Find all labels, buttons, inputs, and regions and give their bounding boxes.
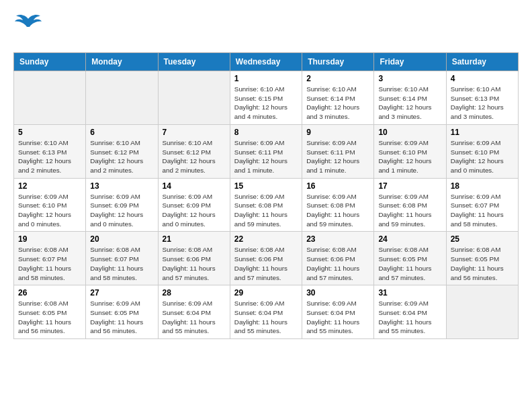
calendar-cell: 5Sunrise: 6:10 AM Sunset: 6:13 PM Daylig… <box>14 124 86 178</box>
calendar-cell: 1Sunrise: 6:10 AM Sunset: 6:15 PM Daylig… <box>230 71 302 125</box>
day-info: Sunrise: 6:09 AM Sunset: 6:04 PM Dayligh… <box>234 299 298 336</box>
day-info: Sunrise: 6:09 AM Sunset: 6:11 PM Dayligh… <box>306 138 369 175</box>
day-number: 22 <box>234 234 298 244</box>
calendar-week-row: 12Sunrise: 6:09 AM Sunset: 6:10 PM Dayli… <box>14 178 519 232</box>
day-number: 15 <box>234 181 298 191</box>
day-number: 31 <box>378 288 441 298</box>
day-info: Sunrise: 6:09 AM Sunset: 6:04 PM Dayligh… <box>163 299 226 336</box>
day-number: 6 <box>90 128 153 137</box>
calendar-header-row: SundayMondayTuesdayWednesdayThursdayFrid… <box>14 53 519 71</box>
weekday-header-thursday: Thursday <box>302 53 374 71</box>
day-info: Sunrise: 6:10 AM Sunset: 6:15 PM Dayligh… <box>234 85 298 122</box>
day-number: 8 <box>234 128 298 137</box>
day-number: 7 <box>163 128 226 137</box>
calendar-cell <box>86 71 158 125</box>
weekday-header-wednesday: Wednesday <box>230 53 302 71</box>
weekday-header-saturday: Saturday <box>446 53 518 71</box>
day-info: Sunrise: 6:10 AM Sunset: 6:14 PM Dayligh… <box>378 85 441 122</box>
day-number: 9 <box>306 128 369 137</box>
day-number: 14 <box>163 181 226 191</box>
day-number: 16 <box>306 181 369 191</box>
day-info: Sunrise: 6:08 AM Sunset: 6:06 PM Dayligh… <box>306 245 369 282</box>
weekday-header-sunday: Sunday <box>14 53 86 71</box>
weekday-header-friday: Friday <box>374 53 446 71</box>
day-info: Sunrise: 6:09 AM Sunset: 6:10 PM Dayligh… <box>18 192 81 229</box>
calendar-cell: 4Sunrise: 6:10 AM Sunset: 6:13 PM Daylig… <box>446 71 518 125</box>
day-number: 4 <box>451 74 514 83</box>
calendar-cell: 24Sunrise: 6:08 AM Sunset: 6:05 PM Dayli… <box>374 232 446 285</box>
calendar-cell: 8Sunrise: 6:09 AM Sunset: 6:11 PM Daylig… <box>230 124 302 178</box>
calendar-cell: 30Sunrise: 6:09 AM Sunset: 6:04 PM Dayli… <box>302 285 374 339</box>
day-info: Sunrise: 6:09 AM Sunset: 6:04 PM Dayligh… <box>378 299 441 336</box>
calendar-cell: 20Sunrise: 6:08 AM Sunset: 6:07 PM Dayli… <box>86 232 158 285</box>
day-info: Sunrise: 6:10 AM Sunset: 6:12 PM Dayligh… <box>90 138 153 175</box>
calendar-cell: 16Sunrise: 6:09 AM Sunset: 6:08 PM Dayli… <box>302 178 374 232</box>
day-number: 2 <box>306 74 369 83</box>
day-info: Sunrise: 6:09 AM Sunset: 6:08 PM Dayligh… <box>306 192 369 229</box>
calendar-cell: 18Sunrise: 6:09 AM Sunset: 6:07 PM Dayli… <box>446 178 518 232</box>
day-info: Sunrise: 6:10 AM Sunset: 6:13 PM Dayligh… <box>18 138 81 175</box>
calendar-cell: 27Sunrise: 6:09 AM Sunset: 6:05 PM Dayli… <box>86 285 158 339</box>
calendar-cell: 29Sunrise: 6:09 AM Sunset: 6:04 PM Dayli… <box>230 285 302 339</box>
day-info: Sunrise: 6:09 AM Sunset: 6:11 PM Dayligh… <box>234 138 298 175</box>
day-number: 1 <box>234 74 298 83</box>
day-info: Sunrise: 6:08 AM Sunset: 6:06 PM Dayligh… <box>234 245 298 282</box>
day-number: 13 <box>90 181 153 191</box>
page-header <box>13 13 519 42</box>
day-number: 5 <box>18 128 81 137</box>
calendar-week-row: 19Sunrise: 6:08 AM Sunset: 6:07 PM Dayli… <box>14 232 519 285</box>
calendar-cell: 15Sunrise: 6:09 AM Sunset: 6:08 PM Dayli… <box>230 178 302 232</box>
day-info: Sunrise: 6:09 AM Sunset: 6:05 PM Dayligh… <box>90 299 153 336</box>
calendar-cell: 2Sunrise: 6:10 AM Sunset: 6:14 PM Daylig… <box>302 71 374 125</box>
day-info: Sunrise: 6:10 AM Sunset: 6:14 PM Dayligh… <box>306 85 369 122</box>
day-info: Sunrise: 6:10 AM Sunset: 6:13 PM Dayligh… <box>451 85 514 122</box>
day-info: Sunrise: 6:08 AM Sunset: 6:07 PM Dayligh… <box>18 245 81 282</box>
day-number: 24 <box>378 234 441 244</box>
calendar-cell: 22Sunrise: 6:08 AM Sunset: 6:06 PM Dayli… <box>230 232 302 285</box>
day-info: Sunrise: 6:09 AM Sunset: 6:08 PM Dayligh… <box>378 192 441 229</box>
day-info: Sunrise: 6:08 AM Sunset: 6:06 PM Dayligh… <box>163 245 226 282</box>
day-info: Sunrise: 6:09 AM Sunset: 6:09 PM Dayligh… <box>90 192 153 229</box>
day-number: 12 <box>18 181 81 191</box>
calendar-cell: 14Sunrise: 6:09 AM Sunset: 6:09 PM Dayli… <box>158 178 230 232</box>
calendar-cell: 11Sunrise: 6:09 AM Sunset: 6:10 PM Dayli… <box>446 124 518 178</box>
calendar-cell: 6Sunrise: 6:10 AM Sunset: 6:12 PM Daylig… <box>86 124 158 178</box>
calendar-cell: 12Sunrise: 6:09 AM Sunset: 6:10 PM Dayli… <box>14 178 86 232</box>
calendar-cell: 31Sunrise: 6:09 AM Sunset: 6:04 PM Dayli… <box>374 285 446 339</box>
day-number: 25 <box>451 234 514 244</box>
weekday-header-monday: Monday <box>86 53 158 71</box>
day-number: 28 <box>163 288 226 298</box>
day-info: Sunrise: 6:08 AM Sunset: 6:07 PM Dayligh… <box>90 245 153 282</box>
day-info: Sunrise: 6:09 AM Sunset: 6:08 PM Dayligh… <box>234 192 298 229</box>
day-info: Sunrise: 6:09 AM Sunset: 6:10 PM Dayligh… <box>451 138 514 175</box>
day-number: 30 <box>306 288 369 298</box>
day-number: 23 <box>306 234 369 244</box>
calendar-table: SundayMondayTuesdayWednesdayThursdayFrid… <box>13 52 519 339</box>
calendar-cell: 25Sunrise: 6:08 AM Sunset: 6:05 PM Dayli… <box>446 232 518 285</box>
day-info: Sunrise: 6:09 AM Sunset: 6:07 PM Dayligh… <box>451 192 514 229</box>
day-number: 29 <box>234 288 298 298</box>
day-info: Sunrise: 6:08 AM Sunset: 6:05 PM Dayligh… <box>451 245 514 282</box>
day-info: Sunrise: 6:08 AM Sunset: 6:05 PM Dayligh… <box>18 299 81 336</box>
calendar-week-row: 5Sunrise: 6:10 AM Sunset: 6:13 PM Daylig… <box>14 124 519 178</box>
weekday-header-tuesday: Tuesday <box>158 53 230 71</box>
calendar-cell: 7Sunrise: 6:10 AM Sunset: 6:12 PM Daylig… <box>158 124 230 178</box>
calendar-cell <box>446 285 518 339</box>
day-number: 17 <box>378 181 441 191</box>
day-info: Sunrise: 6:09 AM Sunset: 6:09 PM Dayligh… <box>163 192 226 229</box>
calendar-cell <box>158 71 230 125</box>
calendar-cell: 23Sunrise: 6:08 AM Sunset: 6:06 PM Dayli… <box>302 232 374 285</box>
day-info: Sunrise: 6:09 AM Sunset: 6:04 PM Dayligh… <box>306 299 369 336</box>
calendar-cell: 19Sunrise: 6:08 AM Sunset: 6:07 PM Dayli… <box>14 232 86 285</box>
calendar-cell: 9Sunrise: 6:09 AM Sunset: 6:11 PM Daylig… <box>302 124 374 178</box>
calendar-week-row: 26Sunrise: 6:08 AM Sunset: 6:05 PM Dayli… <box>14 285 519 339</box>
day-info: Sunrise: 6:10 AM Sunset: 6:12 PM Dayligh… <box>163 138 226 175</box>
day-info: Sunrise: 6:09 AM Sunset: 6:10 PM Dayligh… <box>378 138 441 175</box>
day-number: 3 <box>378 74 441 83</box>
logo-icon <box>13 13 43 39</box>
calendar-cell: 3Sunrise: 6:10 AM Sunset: 6:14 PM Daylig… <box>374 71 446 125</box>
day-info: Sunrise: 6:08 AM Sunset: 6:05 PM Dayligh… <box>378 245 441 282</box>
calendar-cell: 13Sunrise: 6:09 AM Sunset: 6:09 PM Dayli… <box>86 178 158 232</box>
calendar-cell <box>14 71 86 125</box>
logo <box>13 13 46 42</box>
